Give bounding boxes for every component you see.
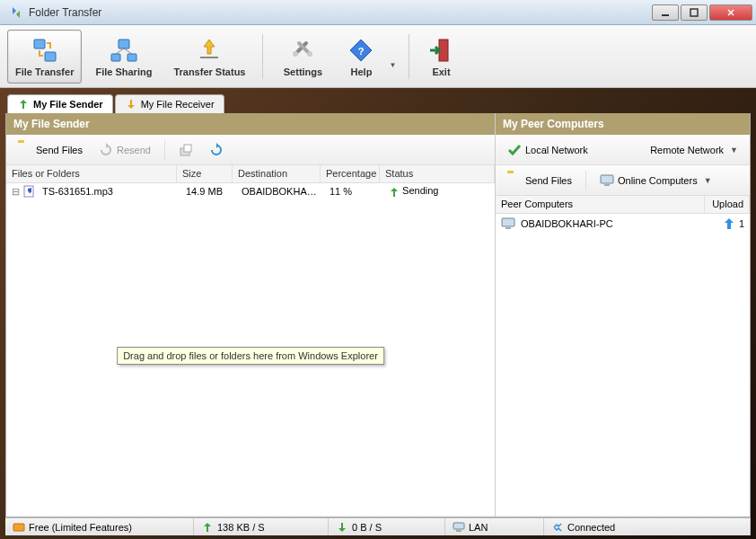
settings-icon xyxy=(288,36,317,65)
svg-rect-15 xyxy=(604,184,610,186)
status-download-speed: 0 B / S xyxy=(329,518,445,535)
drop-hint-tooltip: Drag and drop files or folders here from… xyxy=(117,347,384,365)
checkmark-icon xyxy=(507,143,522,157)
upload-count: 1 xyxy=(739,218,744,229)
monitor-icon xyxy=(600,173,614,188)
col-size[interactable]: Size xyxy=(177,165,233,182)
license-icon xyxy=(13,521,25,534)
file-list-body[interactable]: ⊟ TS-631651.mp3 14.9 MB OBAIDBOKHAR... 1… xyxy=(6,183,495,517)
maximize-button[interactable] xyxy=(681,4,708,21)
lan-icon xyxy=(453,521,465,534)
sender-pane-title: My File Sender xyxy=(6,113,495,135)
cell-status: Sending xyxy=(383,185,489,197)
online-computers-label: Online Computers xyxy=(618,175,698,186)
exit-button[interactable]: Exit xyxy=(418,30,463,84)
remote-network-label: Remote Network xyxy=(650,145,724,155)
tab-my-file-receiver[interactable]: My File Receiver xyxy=(115,94,224,113)
folder-send-icon xyxy=(18,143,32,157)
download-speed-icon xyxy=(336,521,348,534)
svg-rect-16 xyxy=(502,218,514,226)
help-icon: ? xyxy=(347,36,375,65)
toolbar-separator xyxy=(409,34,409,79)
peer-toolbar: Send Files Online Computers ▼ xyxy=(496,165,750,196)
cell-percentage: 11 % xyxy=(324,186,383,197)
col-status[interactable]: Status xyxy=(380,165,495,182)
peer-pane-title: My Peer Computers xyxy=(496,113,750,135)
transfer-status-icon xyxy=(195,36,224,65)
refresh-button[interactable] xyxy=(203,139,230,161)
local-network-button[interactable]: Local Network xyxy=(501,139,594,161)
cell-size: 14.9 MB xyxy=(180,186,236,197)
col-files[interactable]: Files or Folders xyxy=(6,165,177,182)
resend-button[interactable]: Resend xyxy=(92,139,157,161)
settings-label: Settings xyxy=(284,66,322,77)
file-sharing-label: File Sharing xyxy=(95,66,152,77)
cell-filename: TS-631651.mp3 xyxy=(37,186,180,197)
sender-pane: My File Sender Send Files Resend xyxy=(6,113,496,517)
peer-list-header: Peer Computers Upload xyxy=(496,196,750,214)
resend-label: Resend xyxy=(117,145,151,155)
col-peer-name[interactable]: Peer Computers xyxy=(496,196,705,213)
app-icon xyxy=(9,5,23,20)
send-files-label: Send Files xyxy=(36,145,83,155)
status-license: Free (Limited Features) xyxy=(5,518,194,535)
clear-button[interactable] xyxy=(172,139,199,161)
tab-label: My File Sender xyxy=(33,99,103,110)
help-dropdown-arrow[interactable]: ▼ xyxy=(389,43,400,69)
col-percentage[interactable]: Percentage xyxy=(321,165,380,182)
peer-send-label: Send Files xyxy=(525,175,572,186)
window-title: Folder Transfer xyxy=(29,6,652,19)
receiver-tab-icon xyxy=(125,98,137,110)
help-button[interactable]: ? Help xyxy=(338,30,383,84)
send-files-button[interactable]: Send Files xyxy=(12,139,89,161)
audio-file-icon xyxy=(22,185,35,198)
minimize-button[interactable] xyxy=(652,4,679,21)
chevron-down-icon: ▼ xyxy=(704,176,712,185)
file-transfer-button[interactable]: File Transfer xyxy=(7,30,82,84)
svg-rect-1 xyxy=(690,9,698,16)
titlebar: Folder Transfer xyxy=(0,0,756,25)
table-row[interactable]: ⊟ TS-631651.mp3 14.9 MB OBAIDBOKHAR... 1… xyxy=(6,183,495,199)
upload-arrow-icon xyxy=(723,217,735,230)
file-transfer-label: File Transfer xyxy=(15,66,74,77)
toolbar-separator xyxy=(262,34,263,79)
remote-network-button[interactable]: Remote Network ▼ xyxy=(644,141,744,159)
tab-my-file-sender[interactable]: My File Sender xyxy=(7,94,113,113)
svg-rect-2 xyxy=(34,40,45,49)
peer-pane: My Peer Computers Local Network Remote N… xyxy=(496,113,750,517)
svg-rect-14 xyxy=(601,175,613,183)
network-toolbar: Local Network Remote Network ▼ xyxy=(496,135,750,165)
file-list-header: Files or Folders Size Destination Percen… xyxy=(6,165,495,183)
file-sharing-button[interactable]: File Sharing xyxy=(87,30,160,84)
online-computers-button[interactable]: Online Computers ▼ xyxy=(593,170,718,191)
svg-text:?: ? xyxy=(358,46,365,57)
cell-destination: OBAIDBOKHAR... xyxy=(236,186,324,197)
resend-icon xyxy=(99,143,113,157)
tab-label: My File Receiver xyxy=(141,99,215,110)
help-label: Help xyxy=(351,66,373,77)
svg-rect-12 xyxy=(184,145,191,152)
svg-rect-6 xyxy=(127,54,136,61)
svg-rect-5 xyxy=(111,54,120,61)
close-button[interactable] xyxy=(709,4,752,21)
col-destination[interactable]: Destination xyxy=(233,165,321,182)
col-upload[interactable]: Upload xyxy=(705,196,750,213)
svg-rect-19 xyxy=(453,523,464,529)
transfer-status-label: Transfer Status xyxy=(173,66,245,77)
svg-rect-17 xyxy=(505,227,511,229)
file-sharing-icon xyxy=(110,36,138,65)
svg-rect-4 xyxy=(119,40,129,49)
statusbar: Free (Limited Features) 138 KB / S 0 B /… xyxy=(5,517,751,535)
settings-button[interactable]: Settings xyxy=(272,30,333,84)
exit-icon xyxy=(426,36,455,65)
peer-send-files-button[interactable]: Send Files xyxy=(501,170,578,191)
peer-row[interactable]: OBAIDBOKHARI-PC 1 xyxy=(496,214,750,234)
exit-label: Exit xyxy=(432,66,450,77)
peer-list-body[interactable]: OBAIDBOKHARI-PC 1 xyxy=(496,214,750,517)
separator xyxy=(164,140,165,160)
status-network-type: LAN xyxy=(445,518,544,535)
transfer-status-button[interactable]: Transfer Status xyxy=(165,30,253,84)
tree-collapse-icon[interactable]: ⊟ xyxy=(12,186,22,198)
folder-send-icon xyxy=(507,173,522,188)
connected-icon xyxy=(551,521,564,534)
